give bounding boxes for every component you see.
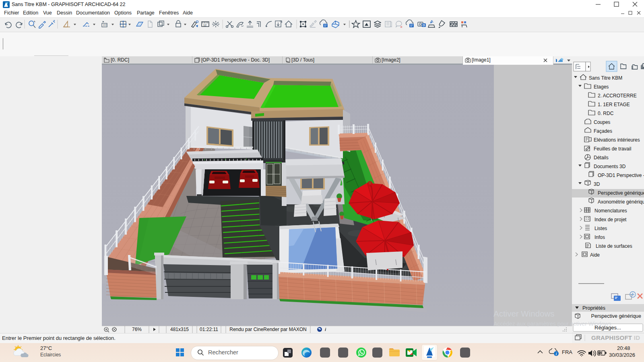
- svg-text:Perspective générique: Perspective générique: [591, 313, 641, 319]
- svg-text:Rendu par CineRender par MAXON: Rendu par CineRender par MAXON: [229, 327, 306, 332]
- svg-text:Propriétés: Propriétés: [582, 305, 605, 311]
- svg-text:i: i: [325, 327, 326, 332]
- svg-text:01:22:11: 01:22:11: [200, 327, 218, 332]
- svg-text:481x315: 481x315: [170, 327, 189, 332]
- svg-text:12: 12: [203, 24, 206, 27]
- svg-text:76%: 76%: [132, 327, 142, 332]
- svg-text:XY: XY: [103, 24, 107, 27]
- svg-text:GRAPHISOFT ID: GRAPHISOFT ID: [591, 334, 640, 341]
